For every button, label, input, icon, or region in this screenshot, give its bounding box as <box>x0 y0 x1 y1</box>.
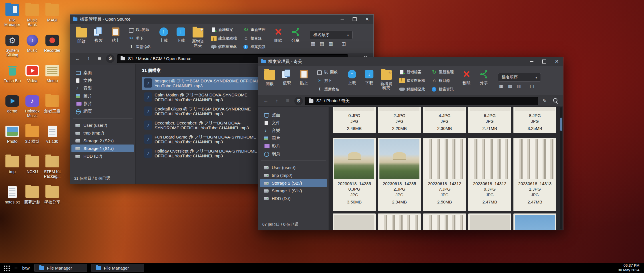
desktop-icon[interactable]: tmp <box>3 155 22 185</box>
desktop-icon[interactable]: Recorder <box>43 34 62 64</box>
sort-dropdown[interactable]: 檔名順序 <box>498 73 541 82</box>
archive-button[interactable]: 建立壓縮檔 <box>209 34 238 42</box>
sidebar-place-item[interactable]: 圖片 <box>71 92 134 100</box>
view-list-button[interactable] <box>320 41 324 46</box>
info-button[interactable]: 檔案資訊 <box>430 85 455 93</box>
maximize-button[interactable] <box>538 57 551 66</box>
open-with-button[interactable]: 以..開啟 <box>315 68 341 76</box>
back-button[interactable] <box>73 54 82 63</box>
rename-button[interactable]: 重新命名 <box>127 43 152 51</box>
view-columns-button[interactable] <box>341 41 346 46</box>
sidebar-place-item[interactable]: 音樂 <box>71 84 134 92</box>
sidebar-device-item[interactable]: Storage 1 (S1:/) <box>260 187 327 195</box>
file-item[interactable]: Holiday Overslept @ フリーBGM DOVA-SYNDROME… <box>142 147 265 160</box>
sidebar-device-item[interactable]: User (user:/) <box>260 164 327 171</box>
root-button[interactable]: 根目錄 <box>242 34 267 42</box>
view-list-button[interactable] <box>508 84 512 88</box>
close-button[interactable] <box>361 15 373 24</box>
scrollbar[interactable] <box>560 107 562 230</box>
download-button[interactable]: 下載 <box>173 25 189 51</box>
menu-button[interactable] <box>95 54 104 63</box>
new-file-button[interactable]: 新增檔案 <box>398 68 427 76</box>
refresh-button[interactable]: 重新整理 <box>430 68 455 76</box>
desktop-icon[interactable]: Holodex Music <box>23 94 42 125</box>
paste-button[interactable]: 貼上 <box>296 68 312 93</box>
edit-path-button[interactable] <box>540 97 549 105</box>
copy-button[interactable]: 複製 <box>279 68 295 93</box>
settings-gear-button[interactable] <box>294 97 303 105</box>
sidebar-place-item[interactable]: 文件 <box>260 119 327 127</box>
desktop-icon[interactable]: STEM Kit Packag... <box>43 155 62 185</box>
upload-button[interactable]: 上載 <box>156 25 172 51</box>
photo-item[interactable]: 20230618_14313 1.JPG JPG 2.47MB <box>513 138 556 211</box>
file-item[interactable]: Fun Board Game @ フリーBGM DOVA-SYNDROME OF… <box>142 133 265 146</box>
address-bar[interactable]: S2: / Photo / 奇美 <box>305 97 538 105</box>
photo-item[interactable]: 20230618_14285 0.JPG JPG 3.50MB <box>333 138 376 211</box>
sidebar-device-item[interactable]: HDD (D:/) <box>260 195 327 202</box>
view-compact-button[interactable] <box>329 41 333 46</box>
taskbar-task-button[interactable]: File Manager <box>91 264 144 272</box>
back-button[interactable] <box>262 97 270 105</box>
delete-button[interactable]: 刪除 <box>459 68 475 93</box>
titlebar[interactable]: 檔案管理員 - 奇美 <box>258 57 563 66</box>
photo-item[interactable] <box>378 213 421 230</box>
desktop-icon[interactable]: 創者工廠 <box>43 94 62 125</box>
up-button[interactable] <box>273 97 281 105</box>
sidebar-device-item[interactable]: tmp (tmp:/) <box>260 171 327 179</box>
taskbar-menu-icon[interactable] <box>14 265 18 271</box>
desktop-icon[interactable]: Videa <box>23 64 42 94</box>
sidebar-device-item[interactable]: User (user:/) <box>71 121 134 129</box>
info-button[interactable]: 檔案資訊 <box>242 43 267 51</box>
file-item[interactable]: Cocktail Glass @ フリーBGM DOVA-SYNDROME OF… <box>142 105 265 118</box>
photo-item[interactable] <box>468 213 511 230</box>
minimize-button[interactable] <box>336 15 348 24</box>
settings-gear-button[interactable] <box>106 54 115 63</box>
sidebar-place-item[interactable]: 圖片 <box>260 134 327 142</box>
share-button[interactable]: 分享 <box>287 25 303 51</box>
sidebar-device-item[interactable]: Storage 2 (S2:/) <box>260 179 327 187</box>
download-button[interactable]: 下載 <box>361 68 377 93</box>
sidebar-device-item[interactable]: Storage 1 (S1:/) <box>71 145 134 152</box>
root-button[interactable]: 根目錄 <box>430 77 455 85</box>
sidebar-place-item[interactable]: 桌面 <box>71 69 134 77</box>
input-method-indicator[interactable]: ixtw <box>22 266 30 270</box>
view-grid-button[interactable] <box>499 84 503 88</box>
close-button[interactable] <box>551 57 563 66</box>
desktop-icon[interactable]: 圓夢計劃 <box>23 185 42 216</box>
photo-item[interactable] <box>513 213 556 230</box>
sidebar-place-item[interactable]: 音樂 <box>260 127 327 134</box>
extract-button[interactable]: 解壓縮至此 <box>398 85 427 93</box>
menu-button[interactable] <box>283 97 292 105</box>
sidebar-place-item[interactable]: 文件 <box>71 77 134 84</box>
copy-button[interactable]: 複製 <box>91 25 107 51</box>
sort-dropdown[interactable]: 檔名順序 <box>310 31 353 39</box>
view-grid-button[interactable] <box>311 41 315 46</box>
photo-item[interactable]: 2.JPG JPG 2.20MB <box>378 107 421 133</box>
minimize-button[interactable] <box>525 57 538 66</box>
share-button[interactable]: 分享 <box>476 68 492 93</box>
photo-item[interactable] <box>423 213 466 230</box>
photo-item[interactable]: 4.JPG JPG 2.30MB <box>423 107 466 133</box>
desktop-icon[interactable]: Memo <box>43 64 62 94</box>
sidebar-place-item[interactable]: 影片 <box>71 100 134 108</box>
desktop-icon[interactable]: MAGI <box>43 3 62 34</box>
open-button[interactable]: 開啟 <box>73 25 89 51</box>
desktop-icon[interactable]: 學校分享 <box>43 185 62 216</box>
file-item[interactable]: bosquet @ フリーBGM DOVA-SYNDROME OFFICIAL … <box>142 77 265 90</box>
archive-button[interactable]: 建立壓縮檔 <box>398 77 427 85</box>
photo-item[interactable]: 8.JPG JPG 3.25MB <box>513 107 556 133</box>
new-folder-button[interactable]: 新增資料夾 <box>378 68 394 93</box>
desktop-icon[interactable]: 3D 模型 <box>23 125 42 155</box>
desktop-icon[interactable]: NCKU <box>23 155 42 185</box>
file-item[interactable]: December, December! @ フリーBGM DOVA-SYNDRO… <box>142 119 265 132</box>
photo-item[interactable] <box>333 213 376 230</box>
desktop-icon[interactable]: Music Bank <box>23 3 42 34</box>
desktop-icon[interactable]: notes.txt <box>3 185 22 216</box>
upload-button[interactable]: 上載 <box>344 68 360 93</box>
up-button[interactable] <box>84 54 93 63</box>
view-compact-button[interactable] <box>517 84 521 88</box>
sidebar-place-item[interactable]: 網頁 <box>71 108 134 115</box>
delete-button[interactable]: 刪除 <box>270 25 286 51</box>
desktop-icon[interactable]: demo <box>3 94 22 125</box>
maximize-button[interactable] <box>348 15 361 24</box>
